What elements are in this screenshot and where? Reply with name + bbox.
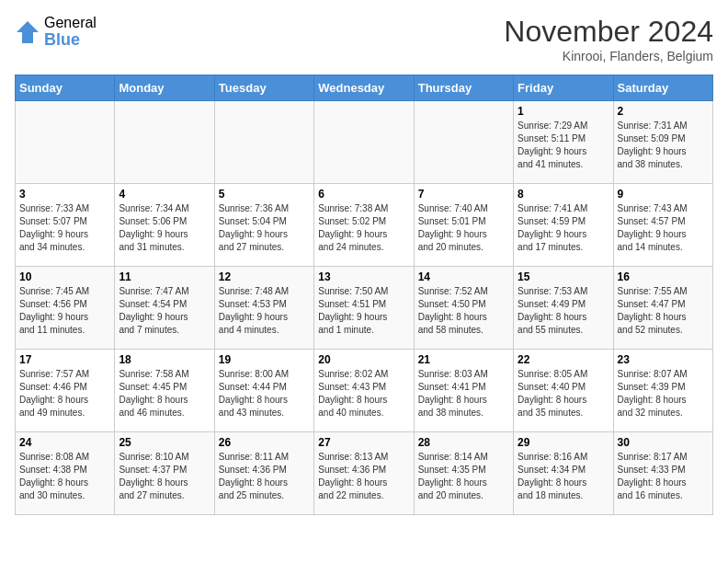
- calendar-cell: 18Sunrise: 7:58 AM Sunset: 4:45 PM Dayli…: [115, 350, 214, 432]
- calendar-cell: 21Sunrise: 8:03 AM Sunset: 4:41 PM Dayli…: [414, 350, 513, 432]
- day-number: 24: [19, 436, 110, 449]
- day-number: 11: [119, 270, 210, 283]
- calendar-cell: 24Sunrise: 8:08 AM Sunset: 4:38 PM Dayli…: [16, 432, 115, 515]
- col-saturday: Saturday: [613, 75, 712, 101]
- calendar-week-0: 1Sunrise: 7:29 AM Sunset: 5:11 PM Daylig…: [16, 101, 713, 184]
- day-info: Sunrise: 7:29 AM Sunset: 5:11 PM Dayligh…: [518, 120, 609, 171]
- col-tuesday: Tuesday: [214, 75, 313, 101]
- calendar-header: Sunday Monday Tuesday Wednesday Thursday…: [16, 75, 713, 101]
- day-info: Sunrise: 7:47 AM Sunset: 4:54 PM Dayligh…: [119, 285, 210, 337]
- day-number: 9: [618, 188, 709, 201]
- calendar-week-4: 24Sunrise: 8:08 AM Sunset: 4:38 PM Dayli…: [16, 432, 713, 515]
- calendar-week-2: 10Sunrise: 7:45 AM Sunset: 4:56 PM Dayli…: [16, 267, 713, 350]
- day-info: Sunrise: 7:38 AM Sunset: 5:02 PM Dayligh…: [318, 202, 409, 254]
- day-info: Sunrise: 7:55 AM Sunset: 4:47 PM Dayligh…: [618, 285, 709, 337]
- day-info: Sunrise: 7:36 AM Sunset: 5:04 PM Dayligh…: [219, 202, 310, 254]
- day-info: Sunrise: 8:08 AM Sunset: 4:38 PM Dayligh…: [19, 451, 110, 502]
- calendar-cell: 11Sunrise: 7:47 AM Sunset: 4:54 PM Dayli…: [115, 267, 214, 350]
- day-info: Sunrise: 7:58 AM Sunset: 4:45 PM Dayligh…: [119, 368, 210, 419]
- calendar-cell: [115, 101, 214, 184]
- day-info: Sunrise: 8:13 AM Sunset: 4:36 PM Dayligh…: [318, 451, 409, 502]
- calendar-cell: 13Sunrise: 7:50 AM Sunset: 4:51 PM Dayli…: [314, 267, 414, 350]
- calendar-cell: 26Sunrise: 8:11 AM Sunset: 4:36 PM Dayli…: [214, 432, 313, 515]
- day-number: 10: [19, 270, 110, 283]
- day-number: 15: [518, 270, 609, 283]
- col-monday: Monday: [115, 75, 214, 101]
- page-header: General Blue November 2024 Kinrooi, Flan…: [15, 15, 713, 63]
- calendar-cell: 20Sunrise: 8:02 AM Sunset: 4:43 PM Dayli…: [314, 350, 414, 432]
- day-number: 2: [618, 105, 709, 118]
- calendar-week-3: 17Sunrise: 7:57 AM Sunset: 4:46 PM Dayli…: [16, 350, 713, 432]
- day-info: Sunrise: 8:10 AM Sunset: 4:37 PM Dayligh…: [119, 451, 210, 502]
- day-info: Sunrise: 7:48 AM Sunset: 4:53 PM Dayligh…: [219, 285, 310, 337]
- day-info: Sunrise: 8:14 AM Sunset: 4:35 PM Dayligh…: [418, 451, 509, 502]
- col-sunday: Sunday: [16, 75, 115, 101]
- day-number: 21: [418, 353, 509, 366]
- day-number: 16: [618, 270, 709, 283]
- calendar-cell: [314, 101, 414, 184]
- day-number: 19: [219, 353, 310, 366]
- day-info: Sunrise: 7:52 AM Sunset: 4:50 PM Dayligh…: [418, 285, 509, 337]
- calendar-cell: 15Sunrise: 7:53 AM Sunset: 4:49 PM Dayli…: [514, 267, 613, 350]
- calendar-cell: 3Sunrise: 7:33 AM Sunset: 5:07 PM Daylig…: [16, 184, 115, 267]
- logo-general: General: [44, 15, 97, 31]
- day-info: Sunrise: 8:05 AM Sunset: 4:40 PM Dayligh…: [518, 368, 609, 419]
- location-subtitle: Kinrooi, Flanders, Belgium: [504, 49, 713, 63]
- calendar-cell: 7Sunrise: 7:40 AM Sunset: 5:01 PM Daylig…: [414, 184, 513, 267]
- col-thursday: Thursday: [414, 75, 513, 101]
- calendar-cell: 1Sunrise: 7:29 AM Sunset: 5:11 PM Daylig…: [514, 101, 613, 184]
- month-title: November 2024: [504, 15, 713, 49]
- calendar-cell: 6Sunrise: 7:38 AM Sunset: 5:02 PM Daylig…: [314, 184, 414, 267]
- day-info: Sunrise: 7:43 AM Sunset: 4:57 PM Dayligh…: [618, 202, 709, 254]
- calendar-table: Sunday Monday Tuesday Wednesday Thursday…: [15, 75, 713, 515]
- calendar-cell: 19Sunrise: 8:00 AM Sunset: 4:44 PM Dayli…: [214, 350, 313, 432]
- day-info: Sunrise: 7:40 AM Sunset: 5:01 PM Dayligh…: [418, 202, 509, 254]
- day-number: 25: [119, 436, 210, 449]
- day-number: 30: [618, 436, 709, 449]
- calendar-cell: 5Sunrise: 7:36 AM Sunset: 5:04 PM Daylig…: [214, 184, 313, 267]
- calendar-body: 1Sunrise: 7:29 AM Sunset: 5:11 PM Daylig…: [16, 101, 713, 515]
- day-info: Sunrise: 8:07 AM Sunset: 4:39 PM Dayligh…: [618, 368, 709, 419]
- calendar-cell: 23Sunrise: 8:07 AM Sunset: 4:39 PM Dayli…: [613, 350, 712, 432]
- calendar-cell: 28Sunrise: 8:14 AM Sunset: 4:35 PM Dayli…: [414, 432, 513, 515]
- calendar-cell: 9Sunrise: 7:43 AM Sunset: 4:57 PM Daylig…: [613, 184, 712, 267]
- day-info: Sunrise: 7:33 AM Sunset: 5:07 PM Dayligh…: [19, 202, 110, 254]
- header-row: Sunday Monday Tuesday Wednesday Thursday…: [16, 75, 713, 101]
- day-number: 8: [518, 188, 609, 201]
- day-info: Sunrise: 8:03 AM Sunset: 4:41 PM Dayligh…: [418, 368, 509, 419]
- day-info: Sunrise: 7:34 AM Sunset: 5:06 PM Dayligh…: [119, 202, 210, 254]
- day-number: 18: [119, 353, 210, 366]
- day-number: 23: [618, 353, 709, 366]
- day-number: 3: [19, 188, 110, 201]
- day-number: 5: [219, 188, 310, 201]
- calendar-cell: 16Sunrise: 7:55 AM Sunset: 4:47 PM Dayli…: [613, 267, 712, 350]
- logo-blue: Blue: [44, 31, 97, 50]
- calendar-cell: 29Sunrise: 8:16 AM Sunset: 4:34 PM Dayli…: [514, 432, 613, 515]
- day-info: Sunrise: 8:16 AM Sunset: 4:34 PM Dayligh…: [518, 451, 609, 502]
- day-info: Sunrise: 8:17 AM Sunset: 4:33 PM Dayligh…: [618, 451, 709, 502]
- day-number: 13: [318, 270, 409, 283]
- calendar-week-1: 3Sunrise: 7:33 AM Sunset: 5:07 PM Daylig…: [16, 184, 713, 267]
- day-info: Sunrise: 8:11 AM Sunset: 4:36 PM Dayligh…: [219, 451, 310, 502]
- svg-marker-0: [17, 21, 39, 43]
- day-info: Sunrise: 7:50 AM Sunset: 4:51 PM Dayligh…: [318, 285, 409, 337]
- calendar-cell: [214, 101, 313, 184]
- day-number: 22: [518, 353, 609, 366]
- calendar-cell: 25Sunrise: 8:10 AM Sunset: 4:37 PM Dayli…: [115, 432, 214, 515]
- calendar-cell: 2Sunrise: 7:31 AM Sunset: 5:09 PM Daylig…: [613, 101, 712, 184]
- day-number: 29: [518, 436, 609, 449]
- day-number: 6: [318, 188, 409, 201]
- col-wednesday: Wednesday: [314, 75, 414, 101]
- calendar-cell: 22Sunrise: 8:05 AM Sunset: 4:40 PM Dayli…: [514, 350, 613, 432]
- day-number: 17: [19, 353, 110, 366]
- calendar-cell: 10Sunrise: 7:45 AM Sunset: 4:56 PM Dayli…: [16, 267, 115, 350]
- day-info: Sunrise: 7:57 AM Sunset: 4:46 PM Dayligh…: [19, 368, 110, 419]
- day-number: 28: [418, 436, 509, 449]
- day-info: Sunrise: 7:53 AM Sunset: 4:49 PM Dayligh…: [518, 285, 609, 337]
- day-info: Sunrise: 8:02 AM Sunset: 4:43 PM Dayligh…: [318, 368, 409, 419]
- day-number: 14: [418, 270, 509, 283]
- day-number: 26: [219, 436, 310, 449]
- calendar-cell: [414, 101, 513, 184]
- day-number: 7: [418, 188, 509, 201]
- day-number: 4: [119, 188, 210, 201]
